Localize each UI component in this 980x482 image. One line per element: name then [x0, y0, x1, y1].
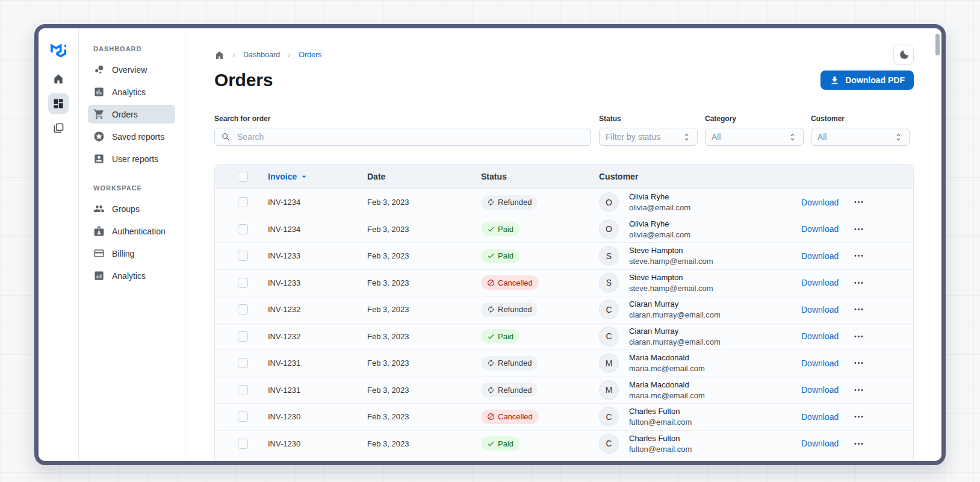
customer-identity: Steve Hampton steve.hamp@email.com	[629, 245, 713, 266]
row-download-link[interactable]: Download	[801, 278, 839, 287]
row-checkbox[interactable]	[238, 278, 248, 288]
row-download-link[interactable]: Download	[801, 251, 839, 261]
status-label: Paid	[498, 225, 513, 234]
row-download-link[interactable]: Download	[801, 224, 839, 234]
customer-email: fulton@email.com	[629, 417, 692, 427]
row-checkbox[interactable]	[238, 224, 248, 234]
mui-logo[interactable]	[49, 41, 68, 60]
theme-toggle-button[interactable]	[893, 45, 914, 65]
invoice-cell: INV-1232	[268, 305, 367, 314]
sidebar-item[interactable]: Authentication	[88, 222, 175, 240]
table-row: INV-1233 Feb 3, 2023 Paid S Steve Hampto…	[215, 243, 913, 270]
status-icon	[487, 359, 495, 367]
download-pdf-button[interactable]: Download PDF	[820, 70, 914, 90]
select-all-checkbox[interactable]	[238, 172, 248, 182]
rail-dashboard-button[interactable]	[48, 93, 69, 114]
row-checkbox[interactable]	[238, 412, 248, 422]
customer-email: maria.mc@email.com	[629, 363, 705, 374]
row-download-link[interactable]: Download	[801, 358, 839, 368]
date-cell: Feb 3, 2023	[367, 251, 481, 260]
sidebar-item[interactable]: Analytics	[88, 266, 175, 285]
sidebar-item[interactable]: Groups	[88, 199, 175, 218]
customer-identity: Charles Fulton fulton@email.com	[629, 433, 692, 454]
sidebar-item[interactable]: Billing	[88, 244, 175, 263]
row-download-link[interactable]: Download	[801, 305, 839, 315]
vertical-scrollbar-thumb[interactable]	[935, 34, 940, 55]
invoice-cell: INV-1231	[268, 386, 367, 395]
invoice-header-label: Invoice	[268, 172, 297, 181]
row-download-link[interactable]: Download	[801, 385, 839, 395]
filter-select-control[interactable]: All	[811, 128, 910, 146]
filter-select-control[interactable]: Filter by status	[599, 128, 698, 146]
row-more-button[interactable]	[853, 250, 864, 261]
sidebar-item[interactable]: Analytics	[88, 83, 175, 101]
row-more-button[interactable]	[853, 331, 864, 342]
status-chip: Refunded	[481, 302, 538, 317]
breadcrumb-item[interactable]: Orders	[299, 51, 321, 59]
row-download-link[interactable]: Download	[801, 198, 839, 207]
filter-select-control[interactable]: All	[705, 128, 804, 146]
row-more-button[interactable]	[853, 196, 864, 208]
sidebar-nav: DASHBOARD Overview Analytics Orders	[79, 28, 185, 461]
row-more-button[interactable]	[853, 224, 864, 235]
status-label: Paid	[498, 251, 513, 260]
customer-identity: Ciaran Murray ciaran.murray@email.com	[629, 326, 721, 347]
row-more-button[interactable]	[853, 438, 864, 449]
row-more-button[interactable]	[853, 384, 864, 396]
row-checkbox[interactable]	[238, 358, 248, 368]
table-row: INV-1230 Feb 3, 2023 Cancelled C Charles…	[215, 404, 913, 431]
status-icon	[487, 252, 495, 260]
status-label: Cancelled	[498, 278, 533, 287]
download-icon	[830, 75, 840, 86]
status-icon	[487, 333, 495, 340]
row-more-button[interactable]	[853, 277, 864, 289]
sidebar-item[interactable]: Saved reports	[88, 127, 175, 146]
sidebar-item-label: Analytics	[112, 271, 146, 281]
column-header-status: Status	[481, 172, 599, 181]
rail-layers-button[interactable]	[48, 118, 69, 139]
row-checkbox[interactable]	[238, 197, 248, 207]
status-label: Refunded	[498, 198, 532, 207]
row-checkbox[interactable]	[238, 304, 248, 315]
row-more-button[interactable]	[853, 357, 864, 369]
mui-logo-icon	[51, 43, 66, 58]
date-cell: Feb 3, 2023	[367, 439, 481, 448]
customer-identity: Charles Fulton fulton@email.com	[629, 406, 692, 427]
status-chip: Refunded	[481, 383, 538, 397]
row-more-button[interactable]	[853, 411, 864, 422]
sidebar-item[interactable]: User reports	[88, 149, 175, 168]
table-row: INV-1231 Feb 3, 2023 Refunded M Maria Ma…	[215, 377, 913, 404]
sidebar-item-label: Overview	[112, 65, 147, 75]
customer-cell: C Charles Fulton fulton@email.com	[599, 433, 801, 454]
breadcrumb-item[interactable]: Dashboard	[243, 51, 280, 59]
search-input[interactable]	[236, 131, 585, 142]
breadcrumb-home-icon[interactable]	[214, 50, 225, 60]
customer-email: olivia@email.com	[629, 202, 690, 213]
row-checkbox[interactable]	[238, 439, 248, 449]
customer-cell: O Olivia Ryhe olivia@email.com	[599, 192, 801, 213]
row-checkbox[interactable]	[238, 331, 248, 342]
row-checkbox[interactable]	[238, 385, 248, 395]
rail-home-button[interactable]	[48, 69, 69, 89]
status-chip: Paid	[481, 222, 519, 236]
column-header-customer: Customer	[599, 172, 801, 181]
actions-cell: Download	[801, 331, 899, 342]
column-header-invoice[interactable]: Invoice	[268, 172, 367, 181]
customer-identity: Olivia Ryhe olivia@email.com	[629, 192, 690, 213]
row-download-link[interactable]: Download	[801, 412, 839, 422]
customer-identity: Maria Macdonald maria.mc@email.com	[629, 380, 705, 401]
avatar: C	[599, 434, 619, 454]
row-download-link[interactable]: Download	[801, 439, 839, 448]
actions-cell: Download	[801, 277, 899, 289]
filter-select-label: Customer	[811, 114, 910, 123]
customer-identity: Steve Hampton steve.hamp@email.com	[629, 272, 713, 293]
sidebar-item[interactable]: Overview	[88, 60, 175, 79]
row-more-button[interactable]	[853, 304, 864, 315]
row-download-link[interactable]: Download	[801, 331, 839, 341]
more-horizontal-icon	[853, 411, 864, 422]
avatar	[599, 461, 619, 465]
row-checkbox[interactable]	[238, 251, 248, 261]
search-label: Search for order	[214, 114, 591, 123]
invoice-cell: INV-1230	[268, 439, 367, 448]
sidebar-item[interactable]: Orders	[88, 105, 175, 124]
